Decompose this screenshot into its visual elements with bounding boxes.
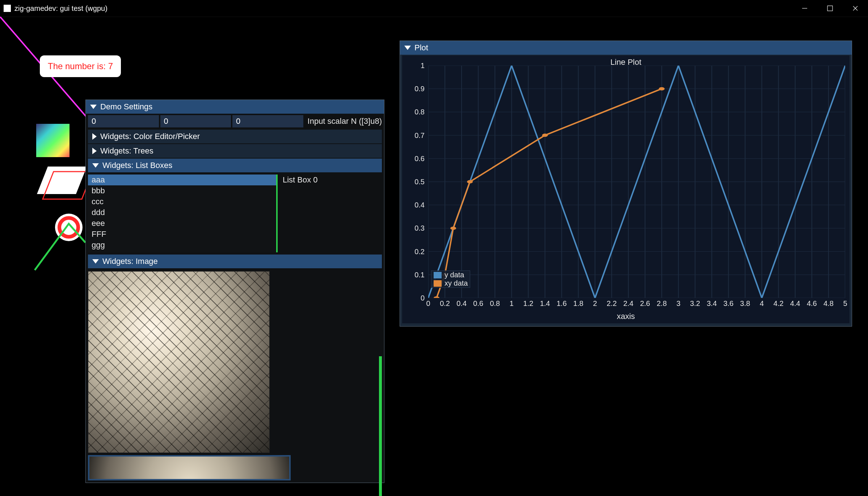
image-widget-area [86,269,384,455]
x-axis-ticks: 00.20.40.60.811.21.41.61.822.22.42.62.83… [428,299,845,309]
list-item[interactable]: FFF [88,229,276,240]
svg-point-47 [434,297,439,298]
panel-title-text: Demo Settings [100,102,152,112]
svg-rect-5 [36,124,69,157]
list-item[interactable]: bbb [88,185,276,196]
list-box[interactable]: aaa bbb ccc ddd eee FFF ggg EEE [88,175,278,252]
window-title: zig-gamedev: gui test (wgpu) [14,4,108,13]
header-color-picker[interactable]: Widgets: Color Editor/Picker [88,130,382,143]
list-item[interactable]: ggg [88,240,276,251]
svg-point-51 [542,134,548,137]
chevron-right-icon [92,148,97,154]
list-item[interactable]: eee [88,218,276,229]
svg-point-9 [59,218,78,237]
header-label: Widgets: Image [102,257,158,266]
list-box-label: List Box 0 [281,175,320,252]
legend-swatch [434,272,442,278]
x-axis-label: xaxis [402,312,850,321]
svg-rect-1 [827,6,833,11]
legend-entry[interactable]: xy data [431,279,470,287]
scalar-input-1[interactable]: 0 [160,115,231,127]
header-image[interactable]: Widgets: Image [88,255,382,268]
header-list-boxes[interactable]: Widgets: List Boxes [88,159,382,172]
svg-point-8 [55,214,83,241]
list-item-cutoff[interactable]: EEE [88,251,276,252]
list-item[interactable]: ccc [88,196,276,207]
close-button[interactable] [843,0,868,17]
chevron-right-icon [92,133,97,140]
plot-canvas[interactable] [428,66,845,298]
y-axis-ticks: 00.10.20.30.40.50.60.70.80.91 [402,66,427,298]
header-label: Widgets: Trees [100,146,153,156]
minimize-button[interactable] [792,0,817,17]
demo-settings-window[interactable]: Demo Settings 0 0 0 Input scalar N ([3]u… [85,100,384,483]
plot-area[interactable]: Line Plot 00.10.20.30.40.50.60.70.80.91 … [402,55,850,323]
svg-point-50 [467,180,473,184]
svg-marker-6 [37,167,87,194]
scalar-input-2[interactable]: 0 [232,115,303,127]
demo-settings-titlebar[interactable]: Demo Settings [86,100,384,114]
app-icon [4,5,11,12]
list-item[interactable]: ddd [88,207,276,218]
window-titlebar: zig-gamedev: gui test (wgpu) [0,0,868,17]
list-item[interactable]: aaa [88,175,276,185]
scrollbar[interactable] [379,356,382,496]
legend-label: y data [444,271,464,279]
header-label: Widgets: Color Editor/Picker [100,132,200,141]
collapse-icon[interactable] [90,105,97,109]
input-scalar-row: 0 0 0 Input scalar N ([3]u8) [86,114,384,129]
scalar-input-label: Input scalar N ([3]u8) [305,117,382,126]
svg-point-49 [450,227,456,230]
legend-swatch [434,280,442,287]
chevron-down-icon [92,259,99,264]
legend-label: xy data [444,279,468,287]
chevron-down-icon [92,163,99,168]
header-trees[interactable]: Widgets: Trees [88,144,382,158]
collapse-icon[interactable] [404,46,411,50]
tooltip-text: The number is: 7 [48,61,113,71]
image-strip[interactable] [88,455,291,480]
header-label: Widgets: List Boxes [102,161,172,170]
image-preview [88,271,270,453]
plot-legend[interactable]: y data xy data [431,270,470,288]
legend-entry[interactable]: y data [431,271,470,279]
maximize-button[interactable] [817,0,843,17]
scalar-input-0[interactable]: 0 [88,115,159,127]
plot-window[interactable]: Plot Line Plot 00.10.20.30.40.50.60.70.8… [400,41,852,327]
panel-title-text: Plot [414,43,428,52]
tooltip: The number is: 7 [40,55,121,77]
svg-point-52 [659,87,665,91]
plot-window-titlebar[interactable]: Plot [400,41,852,55]
